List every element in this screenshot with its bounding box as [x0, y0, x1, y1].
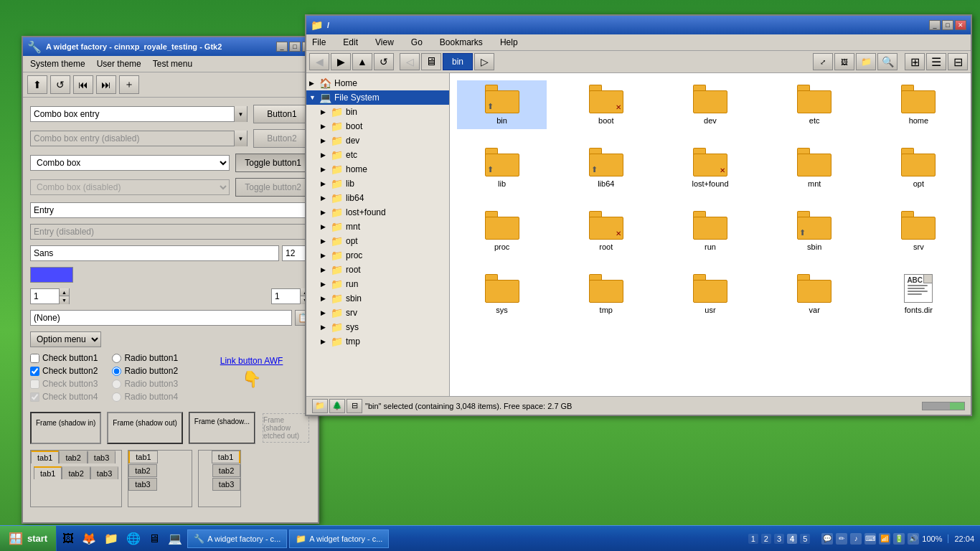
fm-menu-file[interactable]: File: [309, 36, 329, 49]
wf-minimize-button[interactable]: _: [276, 42, 288, 52]
file-lib64[interactable]: ⬆ lib64: [561, 143, 651, 192]
file-run[interactable]: run: [665, 207, 755, 255]
tab-left-2[interactable]: tab2: [128, 464, 156, 477]
file-dev[interactable]: dev: [665, 80, 755, 129]
entry-input[interactable]: [30, 202, 311, 218]
tab-left-3[interactable]: tab3: [128, 478, 156, 491]
file-proc[interactable]: proc: [457, 207, 547, 255]
tree-tmp[interactable]: ▶ 📁 tmp: [318, 334, 449, 349]
radio2-input[interactable]: [112, 367, 121, 376]
fm-menu-bookmarks[interactable]: Bookmarks: [437, 36, 486, 49]
tree-sys[interactable]: ▶ 📁 sys: [318, 320, 449, 334]
file-etc[interactable]: etc: [770, 80, 859, 129]
taskbar-start-button[interactable]: 🪟 start: [0, 526, 57, 551]
toolbar-btn-4[interactable]: ＋: [119, 75, 139, 94]
spin1-up[interactable]: ▲: [59, 288, 69, 296]
tree-lib[interactable]: ▶ 📁 lib: [318, 176, 449, 191]
file-fontsdir[interactable]: ABC fonts.dir: [874, 270, 963, 319]
tab-inner-3[interactable]: tab3: [90, 466, 118, 479]
tree-etc[interactable]: ▶ 📁 etc: [318, 148, 449, 162]
tab-left-1[interactable]: tab1: [128, 451, 157, 463]
tree-dev[interactable]: ▶ 📁 dev: [318, 133, 449, 148]
spin1-down[interactable]: ▼: [59, 296, 69, 304]
ws-4[interactable]: 4: [787, 534, 797, 544]
fm-minimize-button[interactable]: _: [929, 20, 941, 30]
file-bin[interactable]: ⬆ bin: [457, 80, 547, 129]
tab-right-1[interactable]: tab1: [212, 451, 240, 463]
combo-entry[interactable]: ▼: [30, 106, 248, 122]
file-sbin[interactable]: ⬆ sbin: [770, 207, 859, 255]
fm-prev-button[interactable]: ◁: [400, 53, 420, 70]
radio2[interactable]: Radio button2: [112, 366, 178, 376]
tree-mnt[interactable]: ▶ 📁 mnt: [318, 220, 449, 234]
file-home[interactable]: home: [874, 80, 963, 129]
fm-up-button[interactable]: ▲: [352, 53, 372, 70]
file-sys[interactable]: sys: [457, 270, 547, 319]
tab-top-2[interactable]: tab2: [59, 451, 87, 463]
fm-menu-go[interactable]: Go: [408, 36, 425, 49]
ws-1[interactable]: 1: [748, 534, 758, 544]
tab-top-3[interactable]: tab3: [88, 451, 116, 463]
fm-next-button[interactable]: ▷: [474, 53, 494, 70]
link-button[interactable]: Link button AWF: [220, 356, 283, 366]
option-menu-select[interactable]: Option menu: [30, 331, 101, 347]
fm-newlocation-button[interactable]: ⤢: [813, 53, 833, 70]
taskbar-item-1[interactable]: 🔧 A widget factory - c...: [187, 529, 287, 548]
ws-3[interactable]: 3: [774, 534, 784, 544]
ws-5[interactable]: 5: [800, 534, 810, 544]
tree-home[interactable]: ▶ 🏠 Home: [306, 76, 449, 90]
file-lostfound[interactable]: ✕ lost+found: [665, 143, 755, 192]
file-opt[interactable]: opt: [874, 143, 963, 192]
check2[interactable]: Check button2: [30, 366, 98, 376]
ws-2[interactable]: 2: [761, 534, 771, 544]
radio1-input[interactable]: [112, 354, 121, 363]
fm-maximize-button[interactable]: □: [942, 20, 953, 30]
tab-right-3[interactable]: tab3: [212, 478, 240, 491]
menu-system-theme[interactable]: System theme: [26, 57, 90, 70]
file-srv[interactable]: srv: [874, 207, 963, 255]
color-button[interactable]: [30, 267, 73, 283]
taskbar-icon-2[interactable]: 🦊: [79, 532, 99, 545]
check1[interactable]: Check button1: [30, 353, 98, 363]
fm-search-button[interactable]: 🔍: [877, 53, 897, 70]
toolbar-btn-2[interactable]: ⏮: [73, 75, 93, 94]
tree-proc[interactable]: ▶ 📁 proc: [318, 248, 449, 263]
toolbar-btn-3[interactable]: ⏭: [96, 75, 116, 94]
combo-entry-arrow[interactable]: ▼: [234, 106, 247, 122]
taskbar-icon-1[interactable]: 🖼: [60, 532, 77, 545]
fm-close-button[interactable]: ✕: [955, 20, 966, 30]
fm-compact-view-button[interactable]: ⊟: [948, 53, 968, 70]
file-usr[interactable]: usr: [665, 270, 755, 319]
check2-input[interactable]: [30, 367, 39, 376]
taskbar-icon-3[interactable]: 📁: [101, 532, 121, 545]
tab-top-1[interactable]: tab1: [31, 451, 59, 463]
tab-right-2[interactable]: tab2: [212, 464, 240, 477]
fm-refresh-button[interactable]: ↺: [374, 53, 394, 70]
toolbar-btn-1[interactable]: ↺: [50, 75, 70, 94]
spin2-input[interactable]: [272, 290, 300, 303]
taskbar-item-2[interactable]: 📁 A widget factory - c...: [289, 529, 389, 548]
fm-list-view-button[interactable]: ☰: [926, 53, 946, 70]
taskbar-icon-6[interactable]: 💻: [165, 532, 185, 545]
menu-user-theme[interactable]: User theme: [93, 57, 146, 70]
fm-status-btn-3[interactable]: ⊟: [347, 399, 362, 413]
radio1[interactable]: Radio button1: [112, 353, 178, 363]
tree-root[interactable]: ▶ 📁 root: [318, 263, 449, 277]
tab-inner-2[interactable]: tab2: [62, 466, 90, 479]
fm-status-btn-1[interactable]: 📁: [312, 399, 328, 413]
menu-test-menu[interactable]: Test menu: [149, 57, 197, 70]
taskbar-icon-5[interactable]: 🖥: [146, 532, 163, 545]
none-entry[interactable]: [30, 310, 292, 326]
tree-filesystem[interactable]: ▼ 💻 File System: [306, 90, 449, 105]
tree-boot[interactable]: ▶ 📁 boot: [318, 119, 449, 133]
font-entry[interactable]: [30, 245, 279, 261]
taskbar-icon-4[interactable]: 🌐: [123, 532, 143, 545]
tree-lostfound[interactable]: ▶ 📁 lost+found: [318, 205, 449, 220]
combo-entry-input[interactable]: [31, 107, 234, 121]
file-boot[interactable]: ✕ boot: [561, 80, 651, 129]
spin1-input[interactable]: [31, 290, 59, 303]
button1[interactable]: Button1: [253, 105, 311, 123]
file-mnt[interactable]: mnt: [770, 143, 859, 192]
combo-select[interactable]: Combo box: [30, 155, 230, 171]
toolbar-btn-0[interactable]: ⬆: [27, 75, 47, 94]
